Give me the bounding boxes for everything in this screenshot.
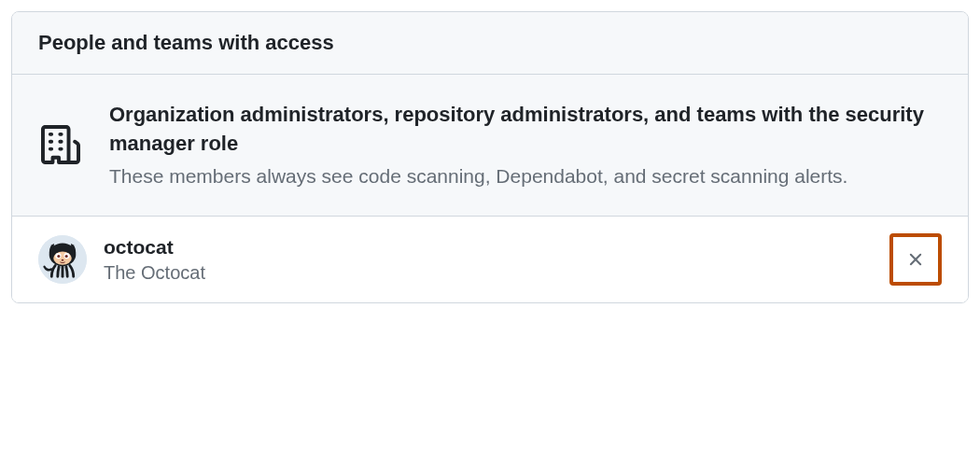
always-access-info: Organization administrators, repository … <box>12 75 968 217</box>
always-access-heading: Organization administrators, repository … <box>109 101 942 159</box>
always-access-text: Organization administrators, repository … <box>109 101 942 189</box>
user-meta: octocat The Octocat <box>104 234 873 284</box>
svg-point-7 <box>62 259 64 261</box>
always-access-description: These members always see code scanning, … <box>109 162 942 189</box>
close-icon <box>905 249 926 270</box>
panel-header: People and teams with access <box>12 12 968 75</box>
access-panel: People and teams with access Organizatio… <box>11 11 969 303</box>
avatar[interactable] <box>38 235 87 284</box>
user-login[interactable]: octocat <box>104 234 873 259</box>
user-display-name: The Octocat <box>104 260 873 285</box>
user-row: octocat The Octocat <box>12 217 968 302</box>
organization-icon <box>38 122 83 167</box>
svg-point-5 <box>57 255 60 258</box>
svg-point-6 <box>65 255 68 258</box>
remove-user-button[interactable] <box>889 233 942 286</box>
panel-title: People and teams with access <box>38 31 942 55</box>
